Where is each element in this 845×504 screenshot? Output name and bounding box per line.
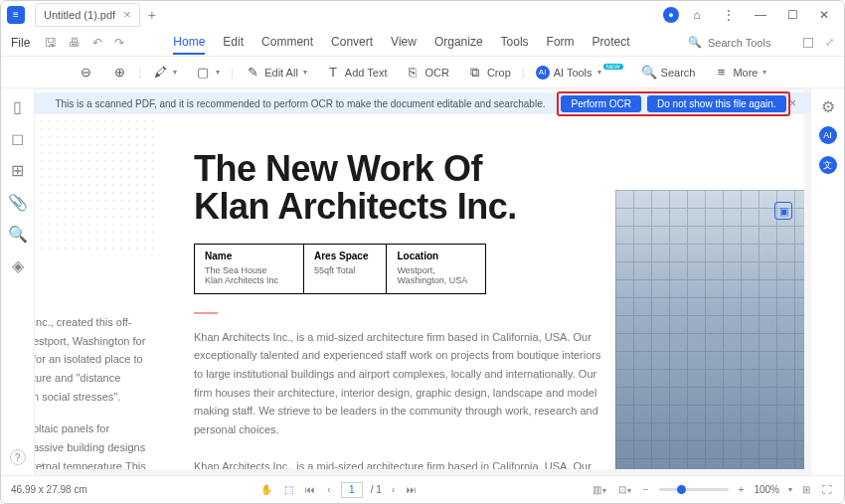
window-minimize[interactable]: —: [747, 5, 774, 25]
zoom-out-status-icon[interactable]: −: [641, 484, 651, 495]
toolbar: ⊖ ⊕ | 🖍▾ ▢▾ | ✎Edit All▾ TAdd Text ⎘OCR …: [1, 57, 844, 88]
fit-mode-icon[interactable]: ⊡▾: [616, 484, 633, 495]
page-number-input[interactable]: [341, 482, 363, 498]
file-menu[interactable]: File: [11, 36, 30, 50]
zoom-out-button[interactable]: ⊖: [72, 62, 101, 84]
crop-icon: ⧉: [467, 65, 483, 81]
tab-form[interactable]: Form: [547, 31, 575, 55]
tab-view[interactable]: View: [391, 31, 417, 55]
td-name: The Sea House Klan Architects Inc: [195, 263, 304, 294]
tab-home[interactable]: Home: [173, 31, 205, 55]
properties-icon[interactable]: ⚙: [820, 98, 836, 114]
redo-icon[interactable]: ↷: [111, 36, 127, 50]
building-image-left: [35, 120, 154, 250]
bookmark-icon[interactable]: ◻: [10, 130, 26, 146]
zoom-in-icon: ⊕: [112, 65, 128, 81]
scroll-right-icon[interactable]: ›: [795, 457, 809, 471]
view-mode-icon[interactable]: ▥▾: [591, 484, 608, 495]
crop-button[interactable]: ⧉Crop: [460, 62, 518, 84]
fullscreen-icon[interactable]: ⛶: [820, 484, 834, 495]
help-icon[interactable]: ?: [10, 449, 26, 465]
left-column-text: Inc., created this off- estport, Washing…: [35, 313, 172, 469]
window-maximize[interactable]: ☐: [778, 5, 806, 25]
search-icon: 🔍: [641, 65, 657, 81]
window-close[interactable]: ✕: [810, 5, 838, 25]
read-mode-icon[interactable]: ⊞: [800, 484, 812, 495]
attachment-icon[interactable]: 📎: [10, 194, 26, 210]
accent-divider: [194, 312, 218, 314]
left-sidebar: ▯ ◻ ⊞ 📎 🔍 ◈ ?: [1, 88, 35, 475]
app-icon: ≡: [7, 6, 25, 24]
kebab-menu-icon[interactable]: ⋮: [715, 5, 743, 25]
document-tab[interactable]: Untitled (1).pdf ×: [35, 3, 140, 27]
document-canvas[interactable]: This is a scanned PDF, and it is recomme…: [35, 88, 810, 475]
ocr-icon: ⎘: [405, 65, 421, 81]
search-label: Search: [661, 67, 696, 79]
search-panel-icon[interactable]: 🔍: [10, 226, 26, 242]
crop-label: Crop: [487, 67, 511, 79]
pencil-icon: ✎: [245, 65, 260, 81]
first-page-icon[interactable]: ⏮: [303, 484, 317, 495]
select-tool-icon[interactable]: ⬚: [282, 484, 295, 495]
highlight-button[interactable]: 🖍▾: [145, 62, 184, 84]
shape-icon: ▢: [195, 65, 211, 81]
more-icon: ≡: [713, 65, 729, 81]
scroll-left-icon[interactable]: ‹: [36, 457, 50, 471]
gift-icon[interactable]: ⌂: [683, 5, 711, 25]
more-button[interactable]: ≡More▾: [706, 62, 773, 84]
search-button[interactable]: 🔍Search: [634, 62, 703, 84]
page-total: / 1: [371, 484, 382, 495]
tab-comment[interactable]: Comment: [261, 31, 313, 55]
expand-icon[interactable]: ⤢: [825, 36, 834, 49]
th-location: Location: [387, 244, 486, 263]
perform-ocr-button[interactable]: Perform OCR: [561, 95, 641, 112]
banner-close-icon[interactable]: ×: [789, 96, 796, 110]
ai-sidebar-icon[interactable]: AI: [819, 126, 837, 144]
tab-tools[interactable]: Tools: [501, 31, 529, 55]
save-icon[interactable]: 🖫: [42, 36, 60, 50]
ai-tools-button[interactable]: AIAI Tools▾NEW: [529, 63, 630, 83]
hand-tool-icon[interactable]: ✋: [258, 484, 274, 495]
last-page-icon[interactable]: ⏭: [405, 484, 419, 495]
workspace: ▯ ◻ ⊞ 📎 🔍 ◈ ? This is a scanned PDF, and…: [1, 88, 844, 475]
td-space: 55qft Total: [304, 263, 387, 294]
zoom-slider-thumb[interactable]: [677, 485, 686, 494]
add-text-button[interactable]: TAdd Text: [318, 62, 395, 84]
page-dimensions: 46.99 x 27.98 cm: [11, 484, 87, 495]
zoom-in-status-icon[interactable]: +: [737, 484, 747, 495]
edit-all-button[interactable]: ✎Edit All▾: [238, 62, 314, 84]
ai-icon: AI: [536, 66, 550, 80]
panel-toggle-icon[interactable]: [803, 38, 813, 48]
translate-icon[interactable]: 文: [819, 156, 837, 174]
print-icon[interactable]: 🖶: [66, 36, 84, 50]
statusbar: 46.99 x 27.98 cm ✋ ⬚ ⏮ ‹ / 1 › ⏭ ▥▾ ⊡▾ −…: [1, 475, 844, 503]
user-avatar[interactable]: ●: [663, 7, 679, 23]
prev-page-icon[interactable]: ‹: [325, 484, 332, 495]
zoom-slider[interactable]: [659, 488, 729, 491]
menubar: File 🖫 🖶 ↶ ↷ Home Edit Comment Convert V…: [1, 29, 844, 57]
tab-convert[interactable]: Convert: [331, 31, 373, 55]
tab-close-icon[interactable]: ×: [123, 7, 131, 22]
undo-icon[interactable]: ↶: [89, 36, 105, 50]
zoom-in-button[interactable]: ⊕: [105, 62, 135, 84]
layers-icon[interactable]: ◈: [10, 257, 26, 273]
new-badge: NEW: [603, 64, 623, 70]
next-page-icon[interactable]: ›: [390, 484, 397, 495]
fit-page-icon[interactable]: ▣: [774, 202, 792, 220]
comment-panel-icon[interactable]: ⊞: [10, 162, 26, 178]
tab-organize[interactable]: Organize: [434, 31, 483, 55]
search-tools-input[interactable]: [708, 37, 787, 49]
add-text-label: Add Text: [345, 67, 388, 79]
thumbnail-icon[interactable]: ▯: [10, 98, 26, 114]
new-tab-button[interactable]: +: [148, 7, 156, 23]
ocr-button[interactable]: ⎘OCR: [398, 62, 455, 84]
dont-show-button[interactable]: Do not show this file again.: [647, 95, 786, 112]
tab-protect[interactable]: Protect: [592, 31, 630, 55]
zoom-level: 100%: [754, 484, 779, 495]
edit-all-label: Edit All: [264, 67, 298, 79]
ocr-banner-message: This is a scanned PDF, and it is recomme…: [55, 98, 545, 109]
side-para-1: Inc., created this off- estport, Washing…: [35, 313, 172, 406]
shape-button[interactable]: ▢▾: [188, 62, 227, 84]
tab-edit[interactable]: Edit: [223, 31, 244, 55]
info-table: Name Ares Space Location The Sea House K…: [194, 244, 486, 294]
